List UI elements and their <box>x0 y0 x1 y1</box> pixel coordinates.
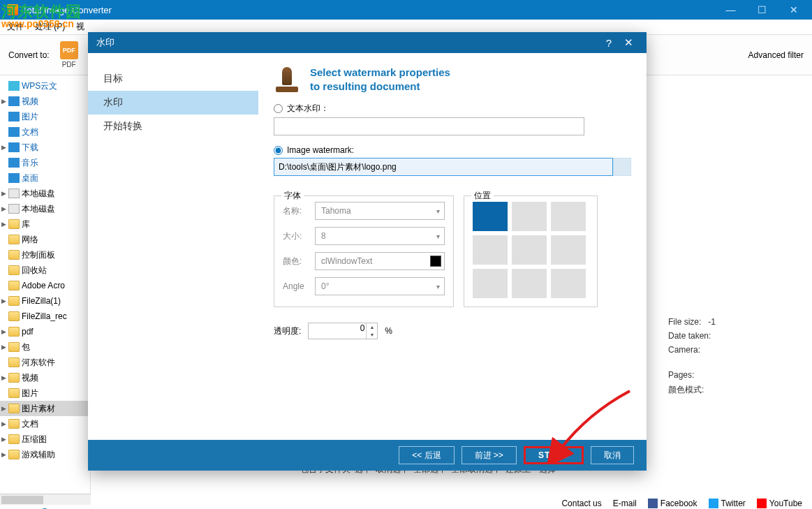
cancel-button[interactable]: 取消 <box>591 446 634 464</box>
filesize-label: File size: <box>668 317 701 327</box>
pos-bot-right[interactable] <box>551 269 586 298</box>
app-icon <box>7 4 18 15</box>
colormode-label: 颜色模式: <box>668 384 802 396</box>
text-watermark-radio[interactable]: 文本水印： <box>274 103 631 115</box>
position-groupbox: 位置 <box>464 196 598 307</box>
dialog-heading: Select watermark propertiesto resulting … <box>310 66 450 93</box>
youtube-icon <box>757 499 767 508</box>
tree-item[interactable]: 控制面板 <box>0 247 90 263</box>
font-size-combo[interactable]: 8▾ <box>315 227 445 245</box>
back-button[interactable]: << 后退 <box>399 446 454 464</box>
facebook-link[interactable]: Facebook <box>648 499 697 508</box>
tree-item[interactable]: ▶游戏辅助 <box>0 447 90 462</box>
tree-item[interactable]: 图片 <box>0 385 90 401</box>
start-button[interactable]: START <box>524 446 584 464</box>
tree-item[interactable]: 河东软件 <box>0 355 90 370</box>
font-name-combo[interactable]: Tahoma▾ <box>315 202 445 220</box>
dialog-titlebar: 水印 ? ✕ <box>88 32 647 53</box>
app-title: Total Image Converter <box>22 5 715 15</box>
maximize-button[interactable]: ☐ <box>746 0 778 20</box>
facebook-icon <box>648 499 658 508</box>
pos-mid-right[interactable] <box>551 235 586 265</box>
font-color-combo[interactable]: clWindowText <box>315 252 445 270</box>
opacity-unit: % <box>385 326 392 336</box>
opacity-label: 透明度: <box>274 325 301 337</box>
dialog-help-button[interactable]: ? <box>599 37 619 49</box>
font-angle-combo[interactable]: 0°▾ <box>315 277 445 295</box>
pos-top-left[interactable] <box>473 202 508 231</box>
tree-item[interactable]: ▶图片素材 <box>0 401 90 416</box>
font-groupbox: 字体 名称: Tahoma▾ 大小: 8▾ 颜色: clWindowText A… <box>274 196 454 307</box>
image-path-input[interactable] <box>274 158 613 176</box>
dialog-footer: << 后退 前进 >> START 取消 <box>88 440 647 471</box>
image-watermark-radio[interactable]: Image watermark: <box>274 145 631 155</box>
font-name-label: 名称: <box>283 205 315 217</box>
dialog-pane: Select watermark propertiesto resulting … <box>258 53 647 440</box>
twitter-link[interactable]: Twitter <box>709 499 746 508</box>
pos-bot-left[interactable] <box>473 269 508 298</box>
pages-label: Pages: <box>668 370 802 380</box>
tree-item[interactable]: ▶文档 <box>0 416 90 431</box>
dialog-nav-item[interactable]: 目标 <box>88 67 258 91</box>
font-size-label: 大小: <box>283 230 315 242</box>
close-button[interactable]: ✕ <box>778 0 809 20</box>
menu-process[interactable]: 处理 (P) <box>32 20 68 34</box>
menu-file[interactable]: 文件 <box>4 20 27 34</box>
convert-to-label: Convert to: <box>8 50 50 60</box>
font-color-label: 颜色: <box>283 256 315 267</box>
tree-item[interactable]: 回收站 <box>0 263 90 278</box>
menu-view[interactable]: 视 <box>73 20 87 34</box>
tree-item[interactable]: ▶包 <box>0 339 90 355</box>
pos-bot-center[interactable] <box>512 269 547 298</box>
tree-item[interactable]: ▶库 <box>0 216 90 232</box>
tree-item[interactable]: WPS云文 <box>0 78 90 94</box>
next-button[interactable]: 前进 >> <box>462 446 517 464</box>
pos-mid-center[interactable] <box>512 235 547 265</box>
footer: Contact us E-mail Facebook Twitter YouTu… <box>91 494 812 509</box>
position-legend: 位置 <box>471 190 494 202</box>
pos-top-center[interactable] <box>512 202 547 231</box>
pos-mid-left[interactable] <box>473 235 508 265</box>
folder-tree[interactable]: WPS云文▶视频图片文档▶下载音乐桌面▶本地磁盘▶本地磁盘▶库网络控制面板回收站… <box>0 75 91 494</box>
dialog-nav-item[interactable]: 水印 <box>88 91 258 115</box>
tree-item[interactable]: ▶压缩图 <box>0 431 90 447</box>
tree-item[interactable]: ▶视频 <box>0 94 90 109</box>
contact-link[interactable]: Contact us <box>561 499 601 508</box>
tree-item[interactable]: 图片 <box>0 109 90 124</box>
tree-hscroll[interactable] <box>0 494 91 505</box>
twitter-icon <box>709 499 718 508</box>
browse-button[interactable] <box>613 158 631 176</box>
properties-panel: File size: -1 Date taken: Camera: Pages:… <box>658 75 812 407</box>
titlebar: Total Image Converter — ☐ ✕ <box>0 0 812 20</box>
tree-item[interactable]: ▶本地磁盘 <box>0 201 90 216</box>
dialog-nav: 目标水印开始转换 <box>88 53 258 440</box>
tree-item[interactable]: ▶下载 <box>0 140 90 155</box>
datetaken-label: Date taken: <box>668 331 802 341</box>
tree-item[interactable]: FileZilla_rec <box>0 309 90 324</box>
text-watermark-input[interactable] <box>274 117 584 135</box>
tree-item[interactable]: 音乐 <box>0 155 90 170</box>
tree-item[interactable]: ▶视频 <box>0 370 90 385</box>
tree-item[interactable]: ▶pdf <box>0 324 90 339</box>
opacity-spinner[interactable]: 0 ▲▼ <box>308 323 378 339</box>
tree-item[interactable]: ▶本地磁盘 <box>0 186 90 201</box>
advanced-filter-link[interactable]: Advanced filter <box>748 50 804 60</box>
tree-item[interactable]: 网络 <box>0 232 90 247</box>
font-angle-label: Angle <box>283 281 315 291</box>
font-legend: 字体 <box>281 190 304 202</box>
position-grid[interactable] <box>473 202 589 298</box>
pos-top-right[interactable] <box>551 202 586 231</box>
dialog-close-button[interactable]: ✕ <box>619 36 638 49</box>
youtube-link[interactable]: YouTube <box>757 499 802 508</box>
filesize-value: -1 <box>708 317 716 327</box>
email-link[interactable]: E-mail <box>613 499 637 508</box>
dialog-nav-item[interactable]: 开始转换 <box>88 115 258 138</box>
watermark-dialog: 水印 ? ✕ 目标水印开始转换 Select watermark propert… <box>88 32 647 471</box>
format-pdf[interactable]: PDFPDF <box>57 41 82 68</box>
tree-item[interactable]: 桌面 <box>0 170 90 186</box>
tree-item[interactable]: 文档 <box>0 124 90 140</box>
tree-item[interactable]: ▶FileZilla(1) <box>0 293 90 309</box>
dialog-title: 水印 <box>96 36 599 49</box>
tree-item[interactable]: Adobe Acro <box>0 278 90 293</box>
minimize-button[interactable]: — <box>715 0 746 20</box>
